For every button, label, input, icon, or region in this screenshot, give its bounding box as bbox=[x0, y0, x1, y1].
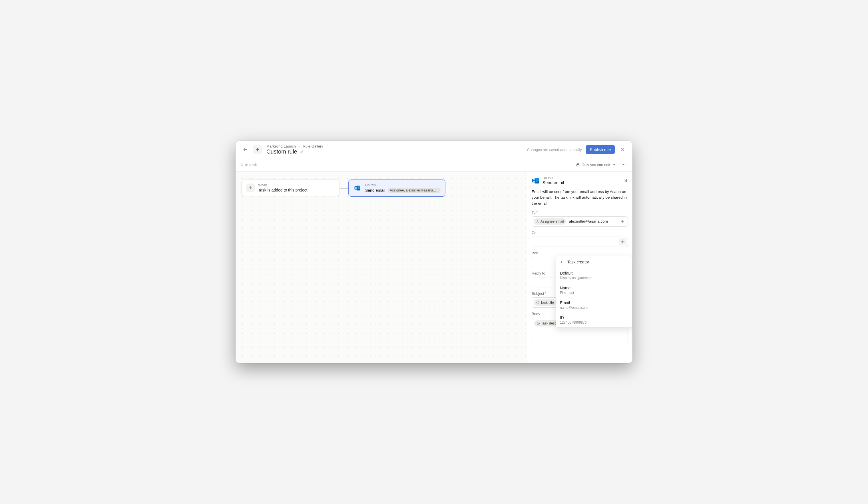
token-assignee-email[interactable]: Assignee email bbox=[534, 218, 566, 224]
check-circle-icon bbox=[537, 322, 540, 325]
header-right: Changes are saved automatically Publish … bbox=[527, 145, 627, 154]
header: Marketing Launch Rule Gallery Custom rul… bbox=[236, 141, 632, 158]
action-recipients-chip: Assignee, alexmiller@asana.com bbox=[388, 188, 441, 193]
rule-builder-window: Marketing Launch Rule Gallery Custom rul… bbox=[236, 141, 632, 363]
svg-point-5 bbox=[625, 164, 625, 165]
outlook-icon bbox=[354, 185, 361, 191]
collapse-panel-button[interactable] bbox=[623, 178, 628, 183]
body: When Task is added to this project bbox=[236, 171, 632, 363]
action-node[interactable]: Do this Send email Assignee, alexmiller@… bbox=[348, 179, 445, 197]
dropdown-item-id[interactable]: ID 12345678909876 bbox=[556, 313, 632, 327]
arrow-left-icon bbox=[560, 260, 565, 264]
header-titles: Marketing Launch Rule Gallery Custom rul… bbox=[266, 144, 523, 155]
status-indicator: In draft bbox=[241, 163, 257, 167]
field-to-label: To* bbox=[532, 210, 628, 214]
add-trigger-icon bbox=[246, 183, 255, 192]
panel-description: Email will be sent from your email addre… bbox=[532, 189, 628, 206]
panel-label: Do this bbox=[542, 176, 564, 180]
action-label: Do this bbox=[365, 183, 441, 187]
to-email-value[interactable]: alexmiller@asana.com bbox=[568, 219, 609, 224]
token-task-title[interactable]: Task title bbox=[534, 300, 556, 306]
publish-button[interactable]: Publish rule bbox=[586, 145, 615, 154]
svg-point-3 bbox=[622, 164, 622, 165]
rule-lightning-icon bbox=[253, 145, 262, 154]
dropdown-title: Task creator bbox=[567, 260, 589, 264]
field-to: To* Assignee email alexmiller@asana.com bbox=[532, 210, 628, 227]
check-circle-icon bbox=[536, 301, 539, 304]
dots-icon bbox=[621, 162, 626, 167]
breadcrumbs: Marketing Launch Rule Gallery bbox=[266, 144, 523, 148]
dropdown-back-button[interactable] bbox=[560, 260, 565, 264]
field-cc-label: Cc bbox=[532, 231, 628, 235]
add-cc-recipient-button[interactable] bbox=[619, 238, 626, 245]
subheader: In draft Only you can edit bbox=[236, 158, 632, 171]
status-text: In draft bbox=[245, 163, 257, 167]
node-connector bbox=[340, 188, 348, 189]
outlook-icon bbox=[532, 177, 540, 185]
lightning-icon bbox=[255, 147, 260, 152]
person-icon bbox=[536, 220, 539, 223]
arrow-left-icon bbox=[243, 147, 248, 152]
field-cc: Cc bbox=[532, 231, 628, 247]
access-dropdown[interactable]: Only you can edit bbox=[576, 163, 616, 167]
dropdown-header: Task creator bbox=[556, 256, 632, 268]
field-bcc-label: Bcc bbox=[532, 251, 628, 255]
close-button[interactable] bbox=[619, 146, 627, 154]
chevron-down-icon bbox=[612, 163, 616, 167]
plus-icon bbox=[620, 240, 624, 244]
status-dot-icon bbox=[241, 164, 243, 166]
pencil-icon bbox=[300, 149, 304, 154]
panel-title: Send email bbox=[542, 180, 564, 185]
close-icon bbox=[620, 147, 625, 152]
lock-icon bbox=[576, 163, 580, 167]
plus-icon bbox=[620, 219, 624, 223]
access-label: Only you can edit bbox=[582, 163, 610, 167]
field-to-input[interactable]: Assignee email alexmiller@asana.com bbox=[532, 216, 628, 227]
edit-title-button[interactable] bbox=[300, 149, 304, 154]
trigger-title: Task is added to this project bbox=[258, 188, 308, 192]
svg-rect-2 bbox=[577, 164, 579, 166]
chevron-right-icon bbox=[298, 145, 301, 148]
svg-point-23 bbox=[537, 322, 540, 325]
svg-rect-10 bbox=[355, 186, 358, 189]
back-button[interactable] bbox=[241, 146, 249, 154]
dropdown-item-name[interactable]: Name First Last bbox=[556, 283, 632, 298]
svg-point-22 bbox=[537, 301, 539, 304]
autosave-hint: Changes are saved automatically bbox=[527, 148, 582, 152]
svg-rect-14 bbox=[532, 179, 536, 182]
action-config-panel: Do this Send email Email will be sent fr… bbox=[527, 171, 632, 363]
outlook-app-icon bbox=[353, 184, 362, 192]
dropdown-item-email[interactable]: Email name@email.com bbox=[556, 298, 632, 313]
action-title: Send email bbox=[365, 188, 385, 193]
breadcrumb-item[interactable]: Rule Gallery bbox=[303, 144, 323, 148]
dropdown-item-default[interactable]: Default Display as @mention bbox=[556, 268, 632, 283]
collapse-icon bbox=[623, 178, 628, 183]
panel-header: Do this Send email bbox=[532, 176, 628, 185]
add-to-recipient-button[interactable] bbox=[619, 218, 626, 225]
rule-canvas[interactable]: When Task is added to this project bbox=[236, 171, 527, 363]
field-cc-input[interactable] bbox=[532, 237, 628, 247]
trigger-label: When bbox=[258, 183, 335, 187]
more-actions-button[interactable] bbox=[620, 161, 627, 168]
plus-icon bbox=[248, 186, 253, 190]
svg-point-17 bbox=[537, 220, 538, 221]
page-title[interactable]: Custom rule bbox=[266, 148, 297, 155]
variable-picker-dropdown: Task creator Default Display as @mention… bbox=[556, 256, 632, 328]
breadcrumb-item[interactable]: Marketing Launch bbox=[266, 144, 296, 148]
trigger-node[interactable]: When Task is added to this project bbox=[241, 179, 340, 196]
svg-point-4 bbox=[623, 164, 624, 165]
